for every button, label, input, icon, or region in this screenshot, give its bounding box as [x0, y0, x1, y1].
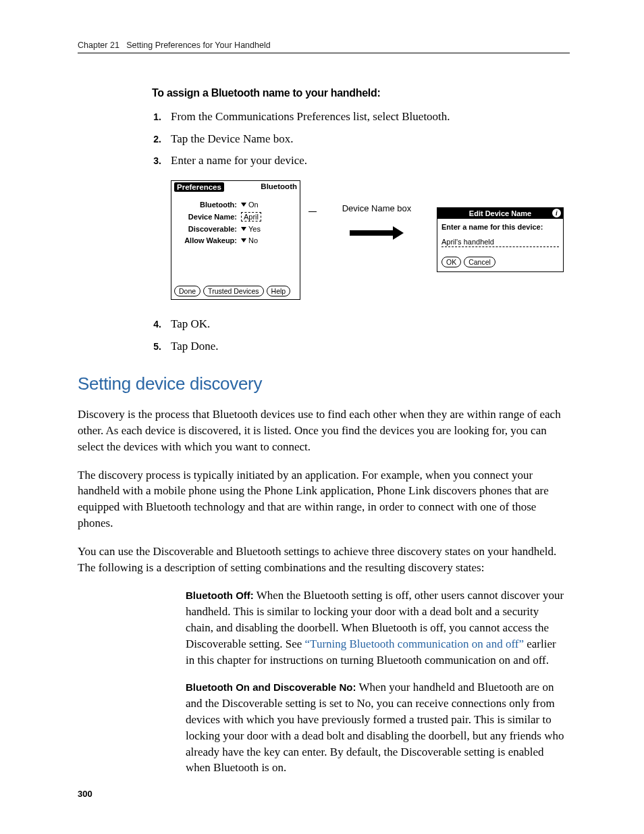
figure-row: Preferences Bluetooth Bluetooth: On Devi… [171, 180, 570, 300]
palm-title-right: Bluetooth [261, 182, 297, 192]
step-number: 4. [152, 316, 161, 333]
step-number: 2. [152, 131, 161, 148]
device-name-input[interactable]: April [241, 212, 261, 221]
info-icon[interactable]: i [552, 209, 561, 217]
state-body: When your handheld and Bluetooth are on … [186, 681, 564, 774]
done-button[interactable]: Done [174, 286, 200, 296]
palm-preferences-screen: Preferences Bluetooth Bluetooth: On Devi… [171, 180, 300, 300]
state-title: Bluetooth On and Discoverable No: [186, 681, 356, 693]
step-text: Tap OK. [171, 316, 210, 333]
allow-wakeup-label: Allow Wakeup: [174, 236, 241, 244]
dropdown-icon[interactable] [241, 238, 246, 242]
step-text: From the Communications Preferences list… [171, 109, 450, 126]
step-number: 3. [152, 153, 161, 170]
body-paragraph: You can use the Discoverable and Bluetoo… [78, 544, 570, 576]
page-header: Chapter 21 Setting Preferences for Your … [78, 41, 570, 50]
callout-line [308, 211, 317, 212]
dialog-title: Edit Device Name [469, 209, 531, 217]
body-paragraph: Discovery is the process that Bluetooth … [78, 407, 570, 454]
step-text: Tap the Device Name box. [171, 131, 294, 148]
ok-button[interactable]: OK [441, 257, 461, 267]
callout-label: Device Name box [326, 203, 427, 213]
state-bluetooth-off: Bluetooth Off: When the Bluetooth settin… [186, 588, 564, 668]
header-rule [78, 53, 570, 53]
state-bluetooth-on-discoverable-no: Bluetooth On and Discoverable No: When y… [186, 679, 564, 776]
state-title: Bluetooth Off: [186, 590, 254, 601]
arrow-right-icon [350, 228, 404, 238]
discoverable-label: Discoverable: [174, 225, 241, 233]
allow-wakeup-value[interactable]: No [248, 236, 258, 244]
edit-device-name-dialog: Edit Device Name i Enter a name for this… [437, 207, 564, 272]
step-number: 5. [152, 338, 161, 355]
procedure-steps-second: 4.Tap OK. 5.Tap Done. [152, 316, 570, 355]
procedure-heading: To assign a Bluetooth name to your handh… [152, 87, 570, 99]
bluetooth-value[interactable]: On [248, 201, 259, 209]
body-paragraph: The discovery process is typically initi… [78, 467, 570, 531]
section-heading: Setting device discovery [78, 373, 570, 394]
cancel-button[interactable]: Cancel [464, 257, 495, 267]
trusted-devices-button[interactable]: Trusted Devices [203, 286, 263, 296]
dropdown-icon[interactable] [241, 203, 246, 207]
palm-title-left: Preferences [174, 182, 224, 192]
page-number: 300 [78, 789, 92, 799]
dropdown-icon[interactable] [241, 227, 246, 231]
procedure-steps-first: 1.From the Communications Preferences li… [152, 109, 570, 170]
step-number: 1. [152, 109, 161, 126]
dialog-prompt: Enter a name for this device: [441, 223, 559, 232]
bluetooth-label: Bluetooth: [174, 201, 241, 209]
chapter-number: Chapter 21 [78, 41, 119, 50]
chapter-title: Setting Preferences for Your Handheld [126, 41, 270, 50]
step-text: Enter a name for your device. [171, 153, 307, 170]
step-text: Tap Done. [171, 338, 219, 355]
discoverable-value[interactable]: Yes [248, 225, 261, 233]
device-name-label: Device Name: [174, 213, 241, 221]
device-name-text-input[interactable]: April's handheld [441, 238, 559, 247]
cross-reference-link[interactable]: “Turning Bluetooth communication on and … [305, 637, 524, 650]
help-button[interactable]: Help [267, 286, 291, 296]
